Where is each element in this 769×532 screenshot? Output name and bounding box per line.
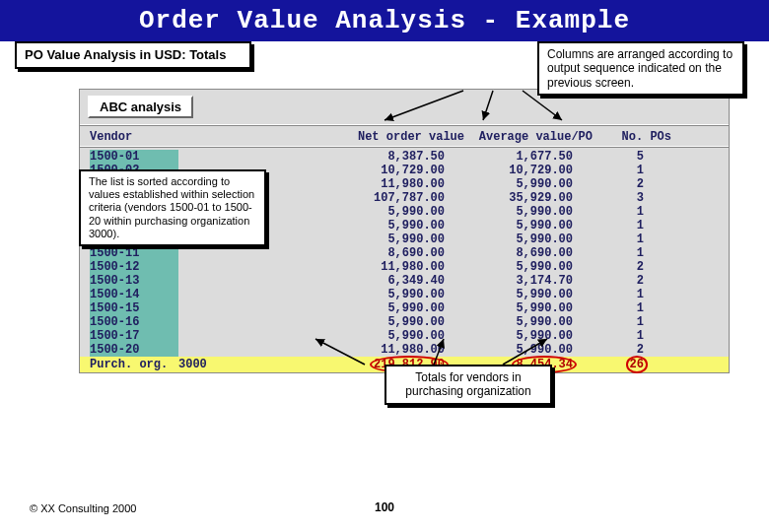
- table-row: 1500-1211,980.005,990.002: [80, 260, 729, 274]
- table-row: 1500-118,690.008,690.001: [80, 246, 729, 260]
- header-avg: Average value/PO: [464, 130, 602, 144]
- table-row: 1500-155,990.005,990.001: [80, 301, 729, 315]
- slide-title: Order Value Analysis - Example: [0, 0, 769, 41]
- callout-totals: Totals for vendors in purchasing organiz…: [384, 365, 552, 405]
- table-row: 1500-136,349.403,174.702: [80, 274, 729, 288]
- content-area: PO Value Analysis in USD: Totals Columns…: [0, 41, 769, 373]
- total-count: 26: [583, 358, 652, 371]
- callout-columns: Columns are arranged according to output…: [537, 41, 744, 96]
- header-net-order: Net order value: [336, 130, 464, 144]
- table-row: 1500-175,990.005,990.001: [80, 329, 729, 343]
- header-vendor: Vendor: [90, 130, 336, 144]
- table-row: 1500-165,990.005,990.001: [80, 315, 729, 329]
- column-headers: Vendor Net order value Average value/PO …: [80, 126, 729, 146]
- footer-copyright: © XX Consulting 2000: [30, 502, 136, 514]
- page-number: 100: [375, 500, 394, 514]
- table-row: 1500-145,990.005,990.001: [80, 288, 729, 301]
- callout-list: The list is sorted according to values e…: [79, 169, 266, 246]
- table-row: 1500-018,387.501,677.505: [80, 150, 729, 164]
- callout-report-title: PO Value Analysis in USD: Totals: [15, 41, 251, 69]
- abc-analysis-button[interactable]: ABC analysis: [88, 96, 193, 118]
- total-label: Purch. org.: [90, 358, 178, 371]
- total-code: 3000: [178, 358, 238, 371]
- table-row: 1500-2011,980.005,990.002: [80, 343, 729, 357]
- header-count: No. POs: [602, 130, 671, 144]
